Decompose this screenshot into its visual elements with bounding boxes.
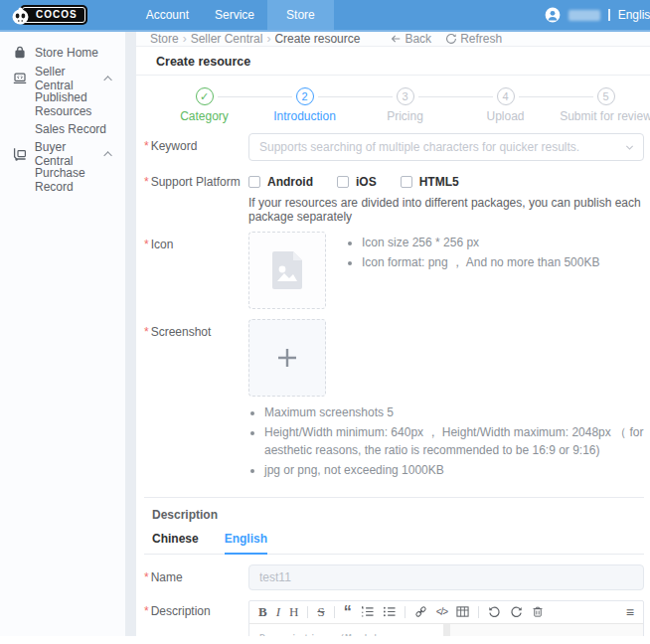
language-tabs: Chinese English bbox=[144, 532, 644, 555]
support-platform-helper: If your resources are divided into diffe… bbox=[248, 196, 644, 224]
editor-toolbar: B I H S “ bbox=[249, 601, 643, 624]
undo-icon[interactable] bbox=[488, 605, 501, 618]
markdown-editor: B I H S “ bbox=[248, 600, 644, 636]
step-category[interactable]: ✓ Category bbox=[154, 87, 254, 123]
strikethrough-icon[interactable]: S bbox=[317, 605, 324, 619]
language-switcher[interactable]: English bbox=[618, 8, 650, 22]
layout-gap bbox=[125, 32, 136, 636]
checkbox-icon[interactable] bbox=[337, 176, 349, 188]
breadcrumb-create-resource: Create resource bbox=[274, 32, 360, 46]
breadcrumb-separator-icon: › bbox=[183, 32, 187, 46]
step-upload[interactable]: 4 Upload bbox=[455, 87, 556, 123]
code-icon[interactable]: </> bbox=[436, 605, 447, 619]
cocos-mascot-icon bbox=[11, 5, 30, 26]
editor-menu-icon[interactable]: ≡ bbox=[626, 605, 634, 619]
link-icon[interactable] bbox=[414, 605, 427, 618]
redo-icon[interactable] bbox=[510, 605, 523, 618]
bold-icon[interactable]: B bbox=[258, 605, 267, 619]
refresh-icon bbox=[445, 33, 457, 45]
blockquote-icon[interactable]: “ bbox=[344, 607, 352, 617]
step-introduction[interactable]: 2 Introduction bbox=[254, 87, 355, 123]
delete-icon[interactable] bbox=[532, 605, 544, 618]
seller-central-icon bbox=[13, 72, 28, 85]
back-arrow-icon bbox=[390, 33, 402, 45]
user-avatar-icon[interactable] bbox=[545, 7, 561, 23]
table-icon[interactable] bbox=[456, 605, 469, 618]
sidebar-item-label: Sales Record bbox=[35, 122, 106, 136]
screenshot-requirements: Maximum screenshots 5 Height/Width minim… bbox=[248, 404, 644, 480]
keyword-input[interactable] bbox=[248, 133, 644, 161]
header-right: English bbox=[545, 7, 650, 23]
sidebar-item-purchase-record[interactable]: Purchase Record bbox=[0, 167, 125, 192]
screenshot-label: *Screenshot bbox=[144, 319, 248, 483]
username-redacted[interactable] bbox=[569, 10, 600, 21]
logo-text: COCOS bbox=[36, 9, 78, 20]
sidebar-item-sales-record[interactable]: Sales Record bbox=[0, 116, 125, 141]
markdown-preview-pane bbox=[450, 624, 643, 636]
sidebar-item-seller-central[interactable]: Seller Central bbox=[0, 66, 125, 91]
image-file-icon bbox=[272, 251, 302, 289]
refresh-label: Refresh bbox=[460, 32, 502, 46]
name-label: *Name bbox=[144, 564, 248, 590]
sidebar: Store Home Seller Central Published Reso… bbox=[0, 32, 125, 636]
sidebar-item-label: Purchase Record bbox=[35, 166, 125, 194]
heading-icon[interactable]: H bbox=[289, 605, 298, 619]
step-submit-for-review[interactable]: 5 Submit for review bbox=[556, 87, 650, 123]
top-nav: Account Service Store bbox=[133, 0, 334, 30]
step-pricing[interactable]: 3 Pricing bbox=[355, 87, 455, 123]
sidebar-item-buyer-central[interactable]: Buyer Central bbox=[0, 141, 125, 167]
step-check-icon: ✓ bbox=[196, 87, 214, 105]
breadcrumb-store[interactable]: Store bbox=[150, 32, 179, 46]
header-divider bbox=[608, 9, 610, 21]
refresh-button[interactable]: Refresh bbox=[445, 32, 502, 46]
checkbox-html5[interactable]: HTML5 bbox=[401, 175, 459, 189]
sidebar-item-label: Published Resources bbox=[35, 90, 125, 118]
wizard-stepper: ✓ Category 2 Introduction 3 Pricing 4 Up… bbox=[154, 87, 650, 123]
back-label: Back bbox=[405, 32, 431, 46]
nav-account[interactable]: Account bbox=[133, 0, 202, 30]
store-home-icon bbox=[13, 46, 28, 60]
tab-chinese[interactable]: Chinese bbox=[152, 532, 199, 554]
keyword-label: *Keyword bbox=[144, 133, 248, 161]
checkbox-ios[interactable]: iOS bbox=[337, 175, 377, 189]
unordered-list-icon[interactable] bbox=[383, 605, 396, 618]
markdown-textarea[interactable] bbox=[249, 624, 443, 636]
sidebar-item-label: Buyer Central bbox=[35, 140, 106, 168]
tab-english[interactable]: English bbox=[225, 532, 267, 555]
checkbox-icon[interactable] bbox=[248, 176, 260, 188]
chevron-down-icon[interactable] bbox=[624, 142, 635, 153]
breadcrumb-separator-icon: › bbox=[266, 32, 270, 46]
nav-service[interactable]: Service bbox=[202, 0, 267, 30]
section-divider bbox=[144, 497, 644, 498]
sidebar-item-label: Seller Central bbox=[35, 65, 106, 92]
sidebar-item-store-home[interactable]: Store Home bbox=[0, 40, 125, 66]
icon-requirements: Icon size 256 * 256 px Icon format: png … bbox=[348, 232, 599, 309]
support-platform-label: *Support Platform bbox=[144, 169, 248, 224]
description-label: *Description bbox=[144, 600, 248, 636]
plus-icon bbox=[276, 347, 298, 369]
sidebar-item-label: Store Home bbox=[35, 46, 98, 60]
ordered-list-icon[interactable] bbox=[361, 605, 374, 618]
screenshot-upload-dropzone[interactable] bbox=[248, 319, 326, 397]
page-title: Create resource bbox=[136, 46, 650, 76]
breadcrumb: Store › Seller Central › Create resource… bbox=[136, 32, 650, 46]
description-section-heading: Description bbox=[152, 508, 644, 522]
back-button[interactable]: Back bbox=[390, 32, 431, 46]
breadcrumb-seller-central[interactable]: Seller Central bbox=[191, 32, 263, 46]
cocos-logo[interactable]: COCOS bbox=[22, 7, 85, 23]
icon-label: *Icon bbox=[144, 232, 248, 309]
name-input[interactable] bbox=[248, 564, 644, 590]
editor-splitter[interactable] bbox=[443, 624, 450, 636]
top-header: COCOS Account Service Store English bbox=[0, 0, 650, 30]
main-area: Store › Seller Central › Create resource… bbox=[136, 32, 650, 636]
icon-upload-dropzone[interactable] bbox=[248, 232, 326, 309]
sidebar-item-published-resources[interactable]: Published Resources bbox=[0, 91, 125, 116]
checkbox-android[interactable]: Android bbox=[248, 175, 313, 189]
checkbox-icon[interactable] bbox=[401, 176, 412, 188]
buyer-central-icon bbox=[13, 147, 28, 161]
italic-icon[interactable]: I bbox=[276, 605, 280, 619]
nav-store[interactable]: Store bbox=[267, 0, 334, 30]
